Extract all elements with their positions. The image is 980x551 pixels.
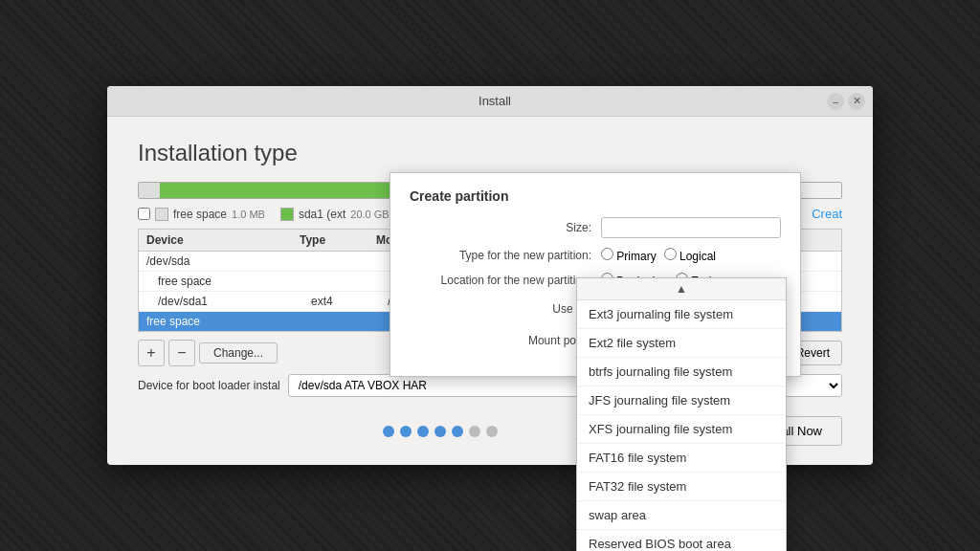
mount-point-label: Mount point:	[410, 334, 601, 347]
window-title: Install	[163, 94, 827, 108]
size-label: Size:	[410, 221, 601, 234]
page-title: Installation type	[138, 140, 842, 166]
cell-type	[300, 315, 376, 328]
nav-dot-3	[417, 426, 429, 437]
partition-label-sda1: sda1 (ext 20.0 GB	[280, 208, 390, 221]
use-as-label: Use as:	[410, 302, 601, 316]
location-label: Location for the new partition:	[410, 274, 601, 287]
partition-bar-free	[139, 183, 160, 198]
close-button[interactable]: ✕	[848, 93, 865, 110]
main-window: Install – ✕ Installation type free space…	[107, 86, 873, 465]
cell-type	[300, 254, 376, 268]
partition-label-free: free space 1.0 MB	[138, 208, 265, 221]
dropdown-item-fat16[interactable]: FAT16 file system	[577, 444, 786, 473]
cell-device: /dev/sda	[146, 254, 300, 268]
change-button[interactable]: Change...	[199, 342, 278, 364]
logical-radio[interactable]	[664, 248, 677, 260]
cell-type	[311, 275, 388, 288]
dialog-title: Create partition	[410, 188, 781, 204]
nav-dot-2	[400, 426, 412, 437]
dropdown-item-swap[interactable]: swap area	[577, 501, 786, 530]
left-action-buttons: + − Change...	[138, 340, 278, 366]
dropdown-item-ext3[interactable]: Ext3 journaling file system	[577, 300, 786, 329]
sda1-color	[280, 208, 294, 221]
free-space-color	[155, 208, 168, 221]
dropdown-item-bios[interactable]: Reserved BIOS boot area	[577, 530, 786, 551]
nav-dot-4	[434, 426, 446, 437]
dropdown-item-xfs[interactable]: XFS journaling file system	[577, 415, 786, 444]
primary-radio[interactable]	[601, 248, 613, 260]
add-partition-button[interactable]: +	[138, 340, 165, 366]
dropdown-item-btrfs[interactable]: btrfs journaling file system	[577, 358, 786, 386]
window-controls: – ✕	[827, 93, 865, 110]
logical-label: Logical	[664, 248, 716, 263]
free-space-label: free space	[173, 208, 227, 221]
dropdown-item-fat32[interactable]: FAT32 file system	[577, 473, 786, 501]
sda1-label: sda1 (ext	[299, 208, 345, 221]
primary-label: Primary	[601, 248, 657, 263]
cell-device: free space	[146, 315, 300, 328]
nav-dot-5	[452, 426, 463, 437]
header-device: Device	[146, 233, 300, 247]
free-space-checkbox[interactable]	[138, 208, 150, 220]
nav-dot-1	[383, 426, 394, 437]
size-input[interactable]	[601, 217, 781, 238]
cell-device: /dev/sda1	[158, 295, 311, 308]
titlebar: Install – ✕	[107, 86, 873, 117]
nav-dot-6	[469, 426, 480, 437]
dropdown-item-jfs[interactable]: JFS journaling file system	[577, 386, 786, 415]
filesystem-dropdown: ▲ Ext3 journaling file system Ext2 file …	[576, 277, 787, 551]
nav-dot-7	[486, 426, 498, 437]
minimize-button[interactable]: –	[827, 93, 844, 110]
boot-loader-label: Device for boot loader instal	[138, 379, 280, 392]
dropdown-item-ext2[interactable]: Ext2 file system	[577, 329, 786, 358]
remove-partition-button[interactable]: −	[168, 340, 195, 366]
type-row: Type for the new partition: Primary Logi…	[410, 248, 781, 263]
create-link[interactable]: Creat	[812, 207, 842, 221]
cell-device: free space	[158, 275, 311, 288]
scroll-up-button[interactable]: ▲	[577, 278, 786, 300]
header-type: Type	[300, 233, 376, 247]
sda1-size: 20.0 GB	[350, 209, 389, 220]
free-space-size: 1.0 MB	[232, 209, 265, 220]
cell-type: ext4	[311, 295, 388, 308]
type-label: Type for the new partition:	[410, 249, 601, 262]
size-row: Size:	[410, 217, 781, 238]
